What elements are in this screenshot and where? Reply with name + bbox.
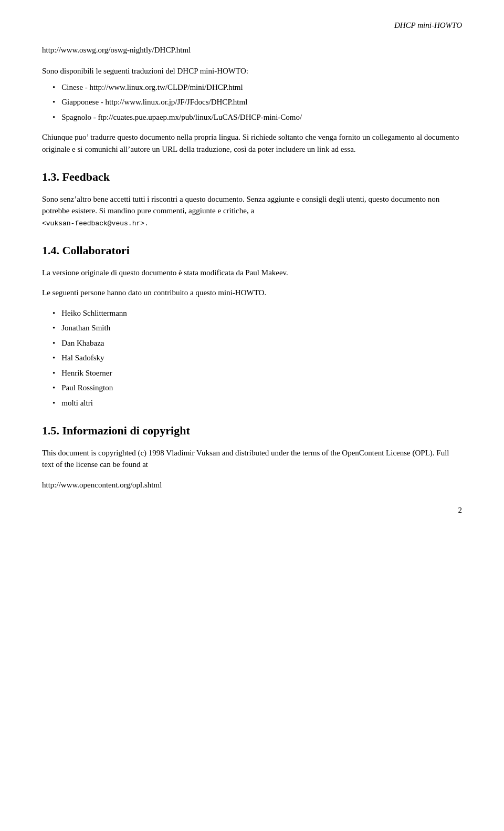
contributor-name: Henrik Stoerner bbox=[61, 367, 112, 379]
section-14-para1: La versione originale di questo document… bbox=[42, 267, 462, 279]
contributor-name: Jonathan Smith bbox=[61, 322, 110, 334]
page-number: 2 bbox=[458, 506, 463, 515]
translations-intro: Sono disponibili le seguenti traduzioni … bbox=[42, 65, 462, 77]
list-item: Dan Khabaza bbox=[42, 337, 462, 349]
contributors-list: Heiko Schlittermann Jonathan Smith Dan K… bbox=[42, 307, 462, 409]
list-item: Henrik Stoerner bbox=[42, 367, 462, 379]
contributor-name: Hal Sadofsky bbox=[61, 352, 104, 364]
contributor-name: molti altri bbox=[61, 397, 93, 409]
list-item-label: Cinese - http://www.linux.org.tw/CLDP/mi… bbox=[61, 81, 243, 94]
page-header: DHCP mini-HOWTO bbox=[42, 21, 462, 30]
list-item: Spagnolo - ftp://cuates.pue.upaep.mx/pub… bbox=[42, 111, 462, 123]
list-item: Giapponese - http://www.linux.or.jp/JF/J… bbox=[42, 96, 462, 108]
list-item: Cinese - http://www.linux.org.tw/CLDP/mi… bbox=[42, 81, 462, 94]
list-item: Jonathan Smith bbox=[42, 322, 462, 334]
section-14-para2: Le seguenti persone hanno dato un contri… bbox=[42, 287, 462, 299]
list-item: Paul Rossington bbox=[42, 382, 462, 394]
license-url: http://www.opencontent.org/opl.shtml bbox=[42, 479, 462, 491]
section-15: 1.5. Informazioni di copyright This docu… bbox=[42, 423, 462, 491]
list-item-label: Giapponese - http://www.linux.or.jp/JF/J… bbox=[61, 96, 247, 108]
contributor-name: Paul Rossington bbox=[61, 382, 113, 394]
list-item: Hal Sadofsky bbox=[42, 352, 462, 364]
list-item: molti altri bbox=[42, 397, 462, 409]
translate-notice: Chiunque puo’ tradurre questo documento … bbox=[42, 131, 462, 155]
contributor-name: Heiko Schlittermann bbox=[61, 307, 127, 319]
contributor-name: Dan Khabaza bbox=[61, 337, 104, 349]
list-item: Heiko Schlittermann bbox=[42, 307, 462, 319]
translations-list: Cinese - http://www.linux.org.tw/CLDP/mi… bbox=[42, 81, 462, 123]
feedback-email: <vuksan-feedback@veus.hr>. bbox=[42, 220, 149, 227]
top-url: http://www.oswg.org/oswg-nightly/DHCP.ht… bbox=[42, 46, 462, 55]
page-container: DHCP mini-HOWTO http://www.oswg.org/oswg… bbox=[0, 0, 504, 531]
section-13-para1: Sono senz’altro bene accetti tutti i ris… bbox=[42, 193, 462, 229]
section-15-para1: This document is copyrighted (c) 1998 Vl… bbox=[42, 447, 462, 471]
section-13-heading: 1.3. Feedback bbox=[42, 170, 462, 185]
section-15-heading: 1.5. Informazioni di copyright bbox=[42, 423, 462, 439]
section-13: 1.3. Feedback Sono senz’altro bene accet… bbox=[42, 170, 462, 228]
list-item-label: Spagnolo - ftp://cuates.pue.upaep.mx/pub… bbox=[61, 111, 302, 123]
section-14-heading: 1.4. Collaboratori bbox=[42, 243, 462, 258]
header-title: DHCP mini-HOWTO bbox=[394, 21, 462, 30]
section-14: 1.4. Collaboratori La versione originale… bbox=[42, 243, 462, 409]
